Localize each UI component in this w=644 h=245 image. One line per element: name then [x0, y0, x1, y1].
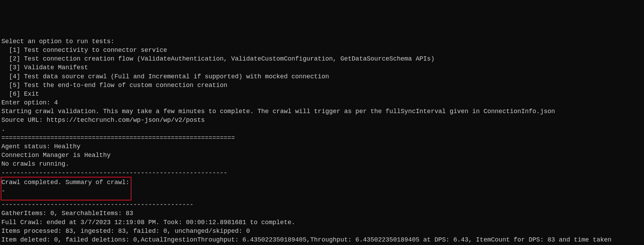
option-1: [1] Test connectivity to connector servi…	[1, 46, 643, 55]
separator-dash: ----------------------------------------…	[1, 169, 643, 177]
separator-dash-2: ----------------------------------------…	[1, 200, 643, 209]
gather-items-stats: GatherItems: 0, SearchableItems: 83	[1, 209, 643, 218]
starting-message: Starting crawl validation. This may take…	[1, 107, 643, 116]
connection-manager-status: Connection Manager is Healthy	[1, 151, 643, 160]
option-4: [4] Test data source crawl (Full and Inc…	[1, 72, 643, 81]
option-3: [3] Validate Manifest	[1, 63, 643, 72]
option-2: [2] Test connection creation flow (Valid…	[1, 55, 643, 63]
progress-dot: .	[1, 125, 643, 134]
dash-under: -	[1, 188, 5, 195]
items-processed-stats: Items processed: 83, ingested: 83, faile…	[1, 227, 643, 236]
separator-equals: ========================================…	[1, 134, 643, 142]
prompt-header: Select an option to run tests:	[1, 37, 643, 46]
option-5: [5] Test the end-to-end flow of custom c…	[1, 81, 643, 90]
enter-option-prompt[interactable]: Enter option: 4	[1, 98, 643, 107]
highlighted-crawl-summary: Crawl completed. Summary of crawl:-	[1, 177, 131, 200]
terminal-window[interactable]: Select an option to run tests: [1] Test …	[1, 37, 643, 245]
agent-status: Agent status: Healthy	[1, 142, 643, 151]
crawl-completed-message: Crawl completed. Summary of crawl:	[1, 178, 129, 187]
option-6: [6] Exit	[1, 90, 643, 98]
source-url: Source URL: https://techcrunch.com/wp-js…	[1, 116, 643, 125]
no-crawls-status: No crawls running.	[1, 160, 643, 168]
item-deleted-stats: Item deleted: 0, failed deletions: 0,Act…	[1, 236, 643, 244]
full-crawl-stats: Full Crawl: ended at 3/7/2023 12:19:08 P…	[1, 218, 643, 227]
